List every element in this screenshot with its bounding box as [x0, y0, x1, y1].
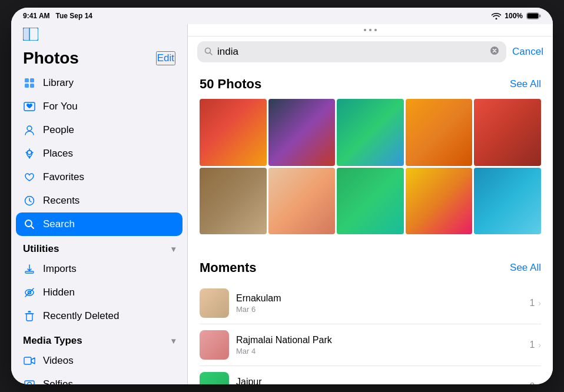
moment-count-ernakulam: 1 ›: [529, 298, 541, 308]
chevron-right-rajmalai: ›: [538, 340, 541, 350]
photo-grid: [200, 99, 541, 234]
photo-thumb-7[interactable]: [268, 168, 336, 235]
selfies-icon: [23, 378, 36, 384]
photo-thumb-10[interactable]: [474, 168, 541, 235]
search-bar-container: Cancel: [188, 36, 553, 67]
moment-name-ernakulam: Ernakulam: [236, 293, 522, 304]
dot-3: [374, 29, 377, 31]
dot-2: [369, 29, 371, 31]
svg-rect-7: [30, 78, 34, 82]
sidebar-grid-icon-container: [23, 28, 187, 43]
search-input[interactable]: [217, 46, 485, 58]
media-types-nav: Videos Selfies: [11, 349, 187, 384]
sidebar-item-favorites[interactable]: Favorites: [16, 165, 183, 189]
photo-thumb-1[interactable]: [200, 99, 267, 166]
utilities-section-header[interactable]: Utilities ▾: [11, 236, 187, 257]
sidebar-item-foryou[interactable]: For You: [16, 95, 183, 118]
chevron-right-jaipur: ›: [538, 382, 541, 384]
favorites-icon: [23, 171, 36, 184]
moments-section: Moments See All Ernakulam Mar 6 1 ›: [188, 251, 553, 384]
moments-see-all-button[interactable]: See All: [510, 262, 541, 274]
moments-title-row: Moments See All: [200, 260, 541, 275]
photo-thumb-3[interactable]: [337, 99, 404, 166]
status-date: Tue Sep 14: [56, 12, 92, 20]
sidebar-toggle-icon[interactable]: [23, 28, 38, 41]
moment-info-rajmalai: Rajmalai National Park Mar 4: [236, 335, 522, 356]
moment-count-jaipur: 2 ›: [529, 381, 541, 384]
moments-label: Moments: [200, 260, 257, 275]
svg-rect-2: [527, 14, 539, 19]
sidebar-item-places[interactable]: Places: [16, 142, 183, 165]
sidebar-item-videos[interactable]: Videos: [16, 349, 183, 373]
people-label: People: [43, 124, 175, 136]
topbar-dots: [364, 29, 377, 31]
edit-button[interactable]: Edit: [156, 51, 175, 65]
moment-info-jaipur: Jaipur Mar 1: [236, 377, 522, 384]
sidebar-header: Photos Edit: [11, 43, 187, 71]
main-topbar: [188, 24, 553, 36]
media-types-section-header[interactable]: Media Types ▾: [11, 328, 187, 349]
imports-icon: [23, 263, 36, 275]
library-icon: [23, 77, 36, 89]
search-icon: [204, 47, 213, 57]
photo-thumb-4[interactable]: [406, 99, 473, 166]
moment-date-ernakulam: Mar 6: [236, 305, 522, 314]
clear-search-button[interactable]: [490, 46, 499, 58]
moment-item-ernakulam[interactable]: Ernakulam Mar 6 1 ›: [200, 283, 541, 324]
moment-thumb-ernakulam: [200, 288, 229, 318]
sidebar-item-people[interactable]: People: [16, 118, 183, 142]
moment-date-rajmalai: Mar 4: [236, 347, 522, 356]
sidebar-item-hidden[interactable]: Hidden: [16, 281, 183, 304]
photo-thumb-2[interactable]: [268, 99, 336, 166]
status-time: 9:41 AM: [23, 12, 50, 20]
status-bar: 9:41 AM Tue Sep 14 100%: [11, 8, 553, 24]
moment-thumb-rajmalai: [200, 330, 229, 360]
photo-thumb-8[interactable]: [337, 168, 404, 235]
svg-point-20: [28, 383, 32, 385]
search-input-wrapper: [197, 41, 506, 62]
photo-thumb-9[interactable]: [406, 168, 473, 235]
people-icon: [23, 124, 36, 137]
media-types-label: Media Types: [23, 335, 82, 347]
moments-list: Ernakulam Mar 6 1 › Rajmalai National Pa…: [200, 283, 541, 384]
recents-label: Recents: [43, 195, 175, 207]
sidebar-item-library[interactable]: Library: [16, 71, 183, 95]
sidebar-nav: Library For You: [11, 71, 187, 236]
sidebar: Photos Edit Library: [11, 24, 188, 384]
search-nav-label: Search: [43, 218, 175, 230]
cancel-button[interactable]: Cancel: [512, 46, 543, 58]
app-container: Photos Edit Library: [11, 24, 553, 384]
places-label: Places: [43, 148, 175, 160]
sidebar-item-imports[interactable]: Imports: [16, 257, 183, 281]
hidden-label: Hidden: [43, 287, 175, 298]
photos-section: 50 Photos See All: [188, 67, 553, 251]
foryou-icon: [23, 100, 36, 113]
videos-label: Videos: [43, 355, 175, 367]
photo-thumb-5[interactable]: [474, 99, 541, 166]
svg-rect-3: [23, 28, 29, 41]
sidebar-item-search[interactable]: Search: [16, 212, 183, 236]
sidebar-item-recently-deleted[interactable]: Recently Deleted: [16, 304, 183, 328]
recently-deleted-icon: [23, 310, 36, 323]
sidebar-item-recents[interactable]: Recents: [16, 189, 183, 212]
device-frame: 9:41 AM Tue Sep 14 100%: [11, 8, 553, 384]
sidebar-item-selfies[interactable]: Selfies: [16, 373, 183, 384]
wifi-icon: [492, 12, 501, 19]
utilities-nav: Imports Hidden: [11, 257, 187, 328]
svg-rect-9: [30, 84, 34, 88]
moment-count-rajmalai: 1 ›: [529, 340, 541, 350]
moment-item-rajmalai[interactable]: Rajmalai National Park Mar 4 1 ›: [200, 324, 541, 366]
favorites-label: Favorites: [43, 171, 175, 183]
photos-count-label: 50 Photos: [200, 77, 261, 92]
moment-info-ernakulam: Ernakulam Mar 6: [236, 293, 522, 314]
svg-rect-1: [539, 15, 541, 18]
recents-icon: [23, 194, 36, 207]
foryou-label: For You: [43, 101, 175, 112]
moment-item-jaipur[interactable]: Jaipur Mar 1 2 ›: [200, 366, 541, 384]
status-bar-left: 9:41 AM Tue Sep 14: [23, 12, 92, 20]
moment-name-jaipur: Jaipur: [236, 377, 522, 384]
sidebar-title: Photos: [23, 49, 79, 68]
photos-title-row: 50 Photos See All: [200, 77, 541, 92]
photo-thumb-6[interactable]: [200, 168, 267, 235]
photos-see-all-button[interactable]: See All: [510, 78, 541, 90]
